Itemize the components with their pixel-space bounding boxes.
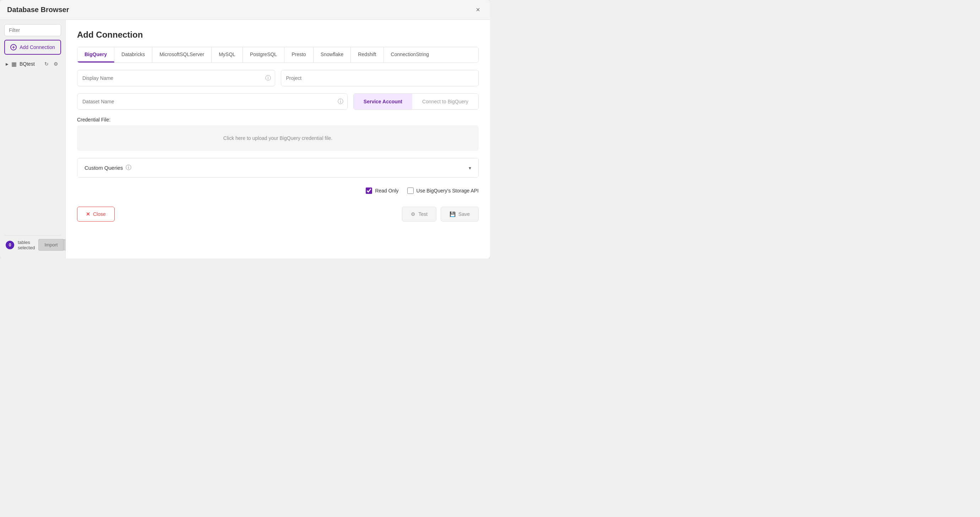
- dataset-name-field: ⓘ: [77, 93, 348, 110]
- read-only-checkbox[interactable]: [366, 188, 372, 194]
- close-icon: ✕: [86, 211, 90, 217]
- form-row-2: ⓘ Service Account Connect to BigQuery: [77, 93, 479, 110]
- custom-queries-header[interactable]: Custom Queries ⓘ ▾: [77, 158, 478, 177]
- add-connection-label: Add Connection: [19, 45, 55, 50]
- import-button: Import: [38, 239, 63, 251]
- project-input[interactable]: [281, 70, 479, 86]
- sidebar-item-label: BQtest: [19, 61, 40, 67]
- options-row: Read Only Use BigQuery's Storage API: [77, 185, 479, 197]
- main-layout: + Add Connection ▶ ▦ BQtest ↻ ⚙ 0 tables…: [0, 20, 490, 259]
- save-icon: 💾: [450, 211, 455, 217]
- tabs-container: BigQuery Databricks MicrosoftSQLServer M…: [77, 47, 479, 63]
- settings-button[interactable]: ⚙: [52, 60, 60, 67]
- auth-service-account-button[interactable]: Service Account: [354, 94, 412, 109]
- right-actions: ⚙ Test 💾 Save: [402, 207, 479, 221]
- tab-connectionstring[interactable]: ConnectionString: [384, 47, 436, 62]
- database-icon: ▦: [11, 61, 17, 67]
- tab-postgresql[interactable]: PostgreSQL: [243, 47, 285, 62]
- tab-redshift[interactable]: Redshift: [351, 47, 383, 62]
- tab-snowflake[interactable]: Snowflake: [313, 47, 351, 62]
- main-content: Add Connection BigQuery Databricks Micro…: [66, 20, 490, 259]
- tab-bigquery[interactable]: BigQuery: [77, 47, 115, 62]
- tables-selected-text: tables selected: [18, 240, 35, 250]
- filter-input[interactable]: [4, 24, 61, 36]
- sidebar-item-bqtest[interactable]: ▶ ▦ BQtest ↻ ⚙: [4, 58, 61, 70]
- app-title: Database Browser: [7, 6, 69, 14]
- read-only-label: Read Only: [375, 188, 398, 194]
- title-bar: Database Browser ×: [0, 0, 490, 20]
- info-icon-custom-queries: ⓘ: [126, 164, 131, 172]
- close-button[interactable]: ✕ Close: [77, 207, 115, 221]
- storage-api-label: Use BigQuery's Storage API: [417, 188, 479, 194]
- custom-queries-section: Custom Queries ⓘ ▾: [77, 158, 479, 178]
- upload-text: Click here to upload your BigQuery crede…: [223, 135, 332, 141]
- dataset-name-input[interactable]: [77, 93, 348, 110]
- sidebar-item-actions: ↻ ⚙: [43, 60, 60, 67]
- storage-api-checkbox[interactable]: [407, 188, 414, 194]
- page-title: Add Connection: [77, 30, 479, 40]
- upload-area[interactable]: Click here to upload your BigQuery crede…: [77, 125, 479, 151]
- sidebar: + Add Connection ▶ ▦ BQtest ↻ ⚙ 0 tables…: [0, 20, 66, 259]
- tab-presto[interactable]: Presto: [285, 47, 313, 62]
- tab-mysql[interactable]: MySQL: [212, 47, 243, 62]
- credential-section: Credential File: Click here to upload yo…: [77, 117, 479, 151]
- tab-microsoftsqlserver[interactable]: MicrosoftSQLServer: [152, 47, 212, 62]
- auth-connect-bigquery-button[interactable]: Connect to BigQuery: [412, 94, 478, 109]
- auth-toggle: Service Account Connect to BigQuery: [353, 93, 479, 110]
- custom-queries-title-row: Custom Queries ⓘ: [84, 164, 131, 172]
- action-row: ✕ Close ⚙ Test 💾 Save: [77, 204, 479, 224]
- tab-databricks[interactable]: Databricks: [115, 47, 152, 62]
- app-window: Database Browser × + Add Connection ▶ ▦ …: [0, 0, 490, 259]
- chevron-down-icon: ▾: [469, 165, 471, 171]
- form-row-1: ⓘ: [77, 70, 479, 86]
- tables-count-badge: 0: [6, 241, 14, 249]
- project-field: [281, 70, 479, 86]
- test-button: ⚙ Test: [402, 207, 436, 221]
- refresh-button[interactable]: ↻: [43, 60, 50, 67]
- credential-label: Credential File:: [77, 117, 479, 122]
- storage-api-option[interactable]: Use BigQuery's Storage API: [407, 188, 479, 194]
- chevron-right-icon: ▶: [6, 62, 8, 66]
- sidebar-footer: 0 tables selected Import ▾: [4, 235, 61, 254]
- display-name-field: ⓘ: [77, 70, 275, 86]
- window-close-button[interactable]: ×: [473, 4, 483, 15]
- gear-icon: ⚙: [411, 211, 415, 217]
- read-only-option[interactable]: Read Only: [366, 188, 398, 194]
- save-button: 💾 Save: [441, 207, 479, 221]
- add-connection-button[interactable]: + Add Connection: [4, 40, 61, 55]
- custom-queries-title: Custom Queries: [84, 165, 123, 171]
- plus-icon: +: [10, 44, 17, 51]
- display-name-input[interactable]: [77, 70, 275, 86]
